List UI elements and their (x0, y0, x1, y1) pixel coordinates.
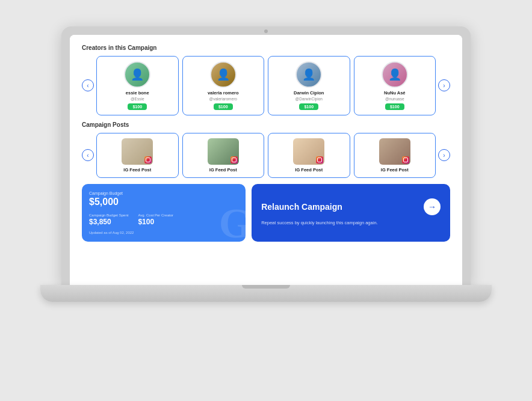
creator-card-0[interactable]: 👤 essie bone @Essie $100 (96, 56, 179, 115)
creator-handle-1: @valeriaromero (209, 97, 237, 101)
post-label-3: IG Feed Post (381, 167, 409, 173)
creator-handle-0: @Essie (131, 97, 144, 101)
relaunch-arrow-button[interactable]: → (424, 198, 441, 215)
posts-section-title: Campaign Posts (82, 121, 450, 128)
relaunch-header: Relaunch Campaign → (261, 198, 441, 215)
ig-badge-icon-0 (146, 158, 150, 162)
bottom-section: Campaign Budget $5,000 Campaign Budget S… (82, 184, 450, 242)
laptop-screen-outer: Creators in this Campaign ‹ 👤 essie bone… (61, 26, 471, 285)
avatar-placeholder-3: 👤 (383, 63, 407, 87)
creator-name-1: valeria romero (208, 90, 239, 96)
posts-left-arrow[interactable]: ‹ (82, 149, 94, 161)
creators-section: Creators in this Campaign ‹ 👤 essie bone… (82, 44, 450, 115)
creator-rate-0: $100 (128, 103, 147, 110)
creator-rate-1: $100 (214, 103, 233, 110)
creator-avatar-0: 👤 (124, 61, 150, 88)
avatar-placeholder-0: 👤 (125, 63, 149, 87)
relaunch-card[interactable]: Relaunch Campaign → Repeat success by qu… (252, 184, 450, 242)
creator-avatar-3: 👤 (382, 61, 408, 88)
creators-row-wrapper: ‹ 👤 essie bone @Essie $100 👤 valeria rom… (82, 56, 450, 115)
relaunch-title: Relaunch Campaign (261, 202, 342, 212)
creators-section-title: Creators in this Campaign (82, 44, 450, 51)
post-label-2: IG Feed Post (295, 167, 323, 173)
budget-spent-label: Campaign Budget Spent (89, 213, 128, 217)
ig-badge-3 (402, 156, 409, 164)
creator-name-2: Darwin Cipion (294, 90, 324, 96)
post-thumb-0 (122, 138, 153, 165)
creator-name-3: NuNu Asé (384, 90, 406, 96)
posts-right-arrow[interactable]: › (438, 149, 450, 161)
budget-amount: $5,000 (89, 197, 238, 207)
budget-cpc-group: Avg. Cost Per Creator $100 (138, 213, 173, 226)
creator-handle-3: @nunuase (385, 97, 404, 101)
budget-spent-group: Campaign Budget Spent $3,850 (89, 213, 128, 226)
posts-cards-row: IG Feed Post IG Feed Post IG Feed Post (96, 133, 436, 178)
creator-name-0: essie bone (126, 90, 149, 96)
budget-updated: Updated as of Aug 02, 2022 (89, 231, 238, 234)
laptop-base (40, 285, 492, 302)
laptop-wrapper: Creators in this Campaign ‹ 👤 essie bone… (40, 26, 492, 375)
creator-card-3[interactable]: 👤 NuNu Asé @nunuase $100 (354, 56, 436, 115)
creator-rate-2: $100 (299, 103, 318, 110)
ig-badge-icon-1 (232, 158, 237, 162)
posts-row-wrapper: ‹ IG Feed Post IG Feed Post IG (82, 133, 450, 178)
posts-section: Campaign Posts ‹ IG Feed Post IG Feed Po… (82, 121, 450, 178)
budget-cpc-amount: $100 (138, 218, 173, 226)
post-thumb-3 (379, 138, 410, 165)
creators-cards-row: 👤 essie bone @Essie $100 👤 valeria romer… (96, 56, 436, 115)
creator-rate-3: $100 (385, 103, 404, 110)
budget-spent-amount: $3,850 (89, 218, 128, 226)
creators-left-arrow[interactable]: ‹ (82, 79, 94, 91)
budget-card: Campaign Budget $5,000 Campaign Budget S… (82, 184, 246, 242)
creator-card-1[interactable]: 👤 valeria romero @valeriaromero $100 (182, 56, 265, 115)
ig-badge-2 (316, 156, 323, 164)
post-card-1[interactable]: IG Feed Post (182, 133, 265, 178)
post-thumb-2 (293, 138, 324, 165)
ig-badge-0 (144, 156, 152, 164)
creator-avatar-1: 👤 (210, 61, 237, 88)
ig-badge-1 (230, 156, 238, 164)
avatar-placeholder-1: 👤 (211, 63, 235, 87)
budget-label: Campaign Budget (89, 191, 238, 195)
screen-content: Creators in this Campaign ‹ 👤 essie bone… (70, 35, 462, 285)
post-card-0[interactable]: IG Feed Post (96, 133, 179, 178)
post-label-0: IG Feed Post (123, 167, 151, 173)
post-card-2[interactable]: IG Feed Post (268, 133, 350, 178)
creator-card-2[interactable]: 👤 Darwin Cipion @DarwinCipion $100 (268, 56, 350, 115)
avatar-placeholder-2: 👤 (297, 63, 321, 87)
budget-details-row: Campaign Budget Spent $3,850 Avg. Cost P… (89, 213, 238, 226)
budget-cpc-label: Avg. Cost Per Creator (138, 213, 173, 217)
post-thumb-1 (208, 138, 239, 165)
post-card-3[interactable]: IG Feed Post (354, 133, 436, 178)
laptop-screen-bezel: Creators in this Campaign ‹ 👤 essie bone… (70, 35, 462, 285)
creators-right-arrow[interactable]: › (438, 79, 450, 91)
creator-avatar-2: 👤 (295, 61, 322, 88)
ig-badge-icon-3 (403, 158, 408, 162)
ig-badge-icon-2 (317, 158, 322, 162)
camera-dot (264, 29, 268, 33)
creator-handle-2: @DarwinCipion (295, 97, 323, 101)
post-label-1: IG Feed Post (209, 167, 237, 173)
relaunch-description: Repeat success by quickly launching this… (261, 220, 441, 227)
